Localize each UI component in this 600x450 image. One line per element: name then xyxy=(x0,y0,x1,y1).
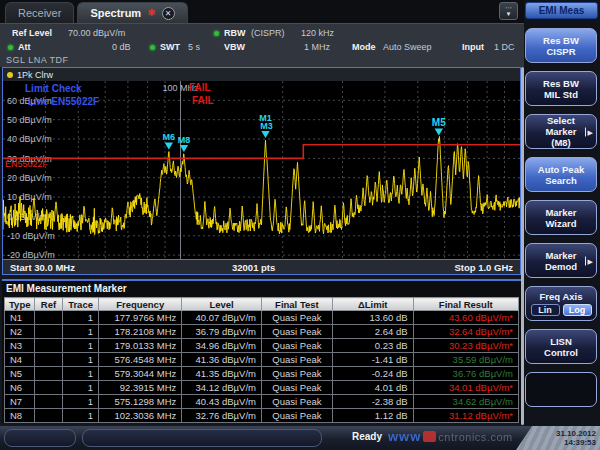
cell-N3-final_result: 30.23 dBµV/m* xyxy=(413,339,518,353)
cell-N4-ref xyxy=(34,353,62,367)
column-header-delta_limit: ΔLimit xyxy=(332,298,413,311)
softkey-select-marker[interactable]: SelectMarker(M8)▶ xyxy=(525,114,597,149)
settings-header: Ref Level 70.00 dBµV/m RBW (CISPR) 120 k… xyxy=(0,23,600,67)
cell-N1-level: 40.07 dBµV/m xyxy=(182,311,262,325)
emi-marker-table-section: EMI Measurement Marker TypeRefTraceFrequ… xyxy=(2,279,521,423)
table-row-N5[interactable]: N51579.3044 MHz41.35 dBµV/mQuasi Peak-0.… xyxy=(5,367,519,381)
ref-level-value[interactable]: 70.00 dBµV/m xyxy=(68,26,125,40)
cell-N3-final_test: Quasi Peak xyxy=(261,339,332,353)
tab-spectrum[interactable]: Spectrum ✱ ✕ xyxy=(77,2,187,23)
stop-frequency[interactable]: Stop 1.0 GHz xyxy=(454,262,513,273)
submenu-arrow-icon: ▶ xyxy=(585,127,593,136)
cell-N4-type: N4 xyxy=(5,353,35,367)
cell-N7-delta_limit: -2.38 dB xyxy=(332,395,413,409)
rbw-value[interactable]: 120 kHz xyxy=(301,26,334,40)
enhancement-labels: SGL LNA TDF xyxy=(0,54,600,67)
softkey-freq-axis[interactable]: Freq AxisLinLog xyxy=(525,286,597,321)
chevron-down-icon: ▾ xyxy=(507,11,511,17)
limit-line-name: Line EN55022F xyxy=(28,96,99,107)
tab-bar: Receiver Spectrum ✱ ✕ ⋯ ▾ xyxy=(0,0,600,23)
svg-text:40 dBµV/m: 40 dBµV/m xyxy=(7,134,52,144)
cell-N1-final_test: Quasi Peak xyxy=(261,311,332,325)
marker-M1-icon[interactable] xyxy=(261,131,269,138)
att-label: Att xyxy=(18,40,31,54)
softkey-sidebar: EMI Meas Res BWCISPRRes BWMIL StdSelectM… xyxy=(524,0,600,450)
trace1-label[interactable]: 1Pk Clrw xyxy=(17,70,53,80)
cell-N5-delta_limit: -0.24 dB xyxy=(332,367,413,381)
table-row-N2[interactable]: N21178.2108 MHz36.79 dBµV/mQuasi Peak2.6… xyxy=(5,325,519,339)
svg-text:50 dBµV/m: 50 dBµV/m xyxy=(7,115,52,125)
cell-N8-ref xyxy=(34,409,62,423)
mode-value[interactable]: Auto Sweep xyxy=(383,40,432,54)
cell-N7-level: 40.43 dBµV/m xyxy=(182,395,262,409)
cell-N8-final_test: Quasi Peak xyxy=(261,409,332,423)
toggle-log[interactable]: Log xyxy=(563,304,592,316)
softkey-marker-wizard[interactable]: MarkerWizard xyxy=(525,200,597,235)
marker-M8-label: M8 xyxy=(178,135,191,145)
trace-info-bar: 1Pk Clrw xyxy=(3,68,520,81)
tab-receiver[interactable]: Receiver xyxy=(5,2,74,23)
cell-N1-frequency: 177.9766 MHz xyxy=(99,311,182,325)
cell-N8-delta_limit: 1.12 dB xyxy=(332,409,413,423)
table-row-N7[interactable]: N71575.1298 MHz40.43 dBµV/mQuasi Peak-2.… xyxy=(5,395,519,409)
grid xyxy=(3,81,520,259)
column-header-level: Level xyxy=(182,298,262,311)
cell-N2-delta_limit: 2.64 dB xyxy=(332,325,413,339)
cell-N1-delta_limit: 13.60 dB xyxy=(332,311,413,325)
status-bar: Ready 31.10.2012 14:39:53 xyxy=(0,426,600,450)
cell-N2-final_test: Quasi Peak xyxy=(261,325,332,339)
att-value[interactable]: 0 dB xyxy=(112,40,131,54)
cell-N3-frequency: 179.0133 MHz xyxy=(99,339,182,353)
swt-led-icon xyxy=(150,45,155,50)
svg-text:10 dBµV/m: 10 dBµV/m xyxy=(7,192,52,202)
softkey-auto-peak-search[interactable]: Auto PeakSearch xyxy=(525,157,597,192)
tab-receiver-label: Receiver xyxy=(18,7,61,19)
display-menu-button[interactable]: ⋯ ▾ xyxy=(499,2,518,20)
cell-N4-delta_limit: -1.41 dB xyxy=(332,353,413,367)
rbw-led-icon xyxy=(214,31,219,36)
cell-N5-final_result: 36.76 dBµV/m xyxy=(413,367,518,381)
table-row-N8[interactable]: N81102.3036 MHz32.76 dBµV/mQuasi Peak1.1… xyxy=(5,409,519,423)
cell-N8-trace: 1 xyxy=(63,409,99,423)
softkey-marker-demod[interactable]: MarkerDemod▶ xyxy=(525,243,597,278)
softkey-lisn-control[interactable]: LISNControl xyxy=(525,329,597,364)
table-row-N6[interactable]: N6192.3915 MHz34.12 dBµV/mQuasi Peak4.01… xyxy=(5,381,519,395)
menu-title-emi-meas[interactable]: EMI Meas xyxy=(525,2,598,19)
cell-N4-final_result: 35.59 dBµV/m xyxy=(413,353,518,367)
cell-N7-trace: 1 xyxy=(63,395,99,409)
header-row-2: Att 0 dB SWT 5 s VBW 1 MHz Mode Auto Swe… xyxy=(0,40,600,54)
marker-M6-icon[interactable] xyxy=(165,142,173,149)
statusbar-softkey-1[interactable] xyxy=(4,429,76,447)
att-led-icon xyxy=(8,45,13,50)
cell-N6-final_result: 34.01 dBµV/m* xyxy=(413,381,518,395)
table-row-N3[interactable]: N31179.0133 MHz34.96 dBµV/mQuasi Peak0.2… xyxy=(5,339,519,353)
toggle-lin[interactable]: Lin xyxy=(531,304,560,316)
cell-N1-final_result: 43.60 dBµV/m* xyxy=(413,311,518,325)
cell-N6-trace: 1 xyxy=(63,381,99,395)
status-ready: Ready xyxy=(352,431,382,442)
limit-check-heading: Limit Check xyxy=(25,83,82,94)
cell-N7-type: N7 xyxy=(5,395,35,409)
cell-N1-trace: 1 xyxy=(63,311,99,325)
mode-label: Mode xyxy=(352,40,376,54)
limit-line-label: EN55022F xyxy=(5,159,49,169)
date-value: 31.10.2012 xyxy=(556,429,596,438)
cell-N2-ref xyxy=(34,325,62,339)
vbw-value[interactable]: 1 MHz xyxy=(304,40,330,54)
column-header-frequency: Frequency xyxy=(99,298,182,311)
swt-value[interactable]: 5 s xyxy=(188,40,200,54)
cell-N6-ref xyxy=(34,381,62,395)
cell-N3-delta_limit: 0.23 dB xyxy=(332,339,413,353)
input-value[interactable]: 1 DC xyxy=(494,40,515,54)
marker-M5-icon[interactable] xyxy=(435,128,443,135)
cell-N5-trace: 1 xyxy=(63,367,99,381)
softkey-res-bw-mil-std[interactable]: Res BWMIL Std xyxy=(525,71,597,106)
ref-level-label: Ref Level xyxy=(12,26,52,40)
softkey-res-bw-cispr[interactable]: Res BWCISPR xyxy=(525,28,597,63)
tab-close-icon[interactable]: ✕ xyxy=(162,7,175,20)
spectrum-display[interactable]: 60 dBµV/m50 dBµV/m40 dBµV/m30 dBµV/m20 d… xyxy=(3,81,520,259)
table-row-N1[interactable]: N11177.9766 MHz40.07 dBµV/mQuasi Peak13.… xyxy=(5,311,519,325)
table-row-N4[interactable]: N41576.4548 MHz41.36 dBµV/mQuasi Peak-1.… xyxy=(5,353,519,367)
statusbar-softkey-2[interactable] xyxy=(82,429,322,447)
start-frequency[interactable]: Start 30.0 MHz xyxy=(10,262,75,273)
